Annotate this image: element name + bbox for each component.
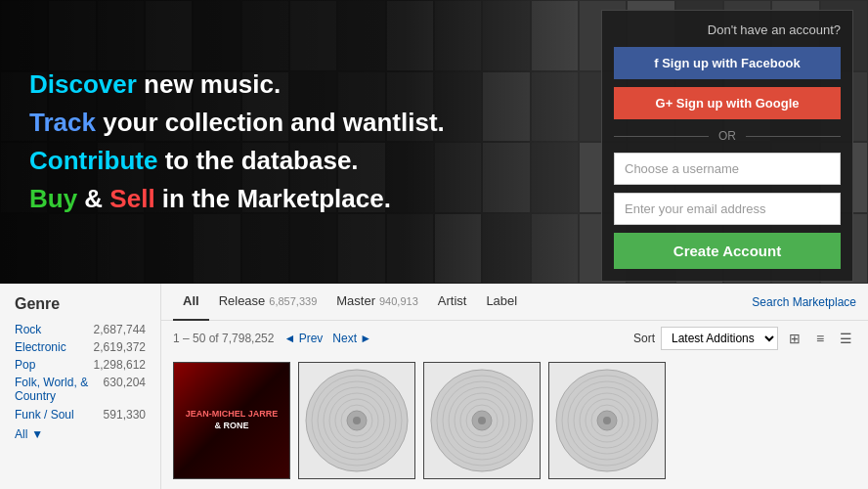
vinyl-svg-3 — [428, 367, 536, 474]
tab-master-label: Master — [336, 293, 375, 308]
compact-view-icon[interactable]: ☰ — [835, 328, 856, 349]
sort-label: Sort — [633, 332, 655, 345]
tab-artist[interactable]: Artist — [428, 284, 477, 321]
album-thumb-3[interactable] — [423, 362, 541, 479]
svg-point-17 — [478, 417, 486, 424]
genre-name-funk[interactable]: Funk / Soul — [15, 408, 74, 422]
album-thumb-2[interactable] — [298, 362, 415, 479]
tagline-2-highlight: Track — [29, 108, 96, 137]
genre-item-electronic: Electronic 2,619,372 — [15, 338, 146, 356]
vinyl-record-2 — [299, 363, 414, 478]
or-divider: OR — [614, 129, 841, 143]
main-content: All Release 6,857,339 Master 940,913 Art… — [161, 284, 868, 489]
genre-name-folk[interactable]: Folk, World, & Country — [15, 376, 104, 404]
vinyl-svg-4 — [553, 367, 661, 474]
tab-label-label: Label — [486, 293, 517, 308]
tagline-2: Track your collection and wantlist. — [29, 104, 445, 142]
tagline-2-rest: your collection and wantlist. — [103, 108, 445, 137]
username-input[interactable] — [614, 153, 841, 185]
results-info: 1 – 50 of 7,798,252 ◄ Prev Next ► — [173, 332, 633, 345]
genre-item-pop: Pop 1,298,612 — [15, 356, 146, 374]
sort-area: Sort Latest Additions Title Artist Year … — [633, 327, 856, 350]
genre-count-rock: 2,687,744 — [94, 323, 146, 336]
hero-section: // Generate album cells document.addEven… — [0, 0, 868, 284]
tagline-4-rest: in the Marketplace. — [162, 184, 391, 213]
facebook-signup-button[interactable]: f Sign up with Facebook — [614, 47, 841, 79]
sort-select[interactable]: Latest Additions Title Artist Year — [661, 327, 778, 350]
tab-artist-label: Artist — [438, 293, 467, 308]
tagline-1-highlight: Discover — [29, 69, 137, 99]
genre-title: Genre — [15, 295, 146, 313]
tab-master-count: 940,913 — [379, 295, 418, 307]
genre-name-pop[interactable]: Pop — [15, 358, 35, 372]
tagline-1: Discover new music. — [29, 66, 445, 104]
genre-item-funk: Funk / Soul 591,330 — [15, 406, 146, 423]
signup-header-text: Don't have an account? — [614, 22, 841, 37]
tab-all-label: All — [183, 293, 199, 308]
chevron-down-icon: ▼ — [31, 427, 43, 441]
album-thumb-1[interactable]: JEAN-MICHEL JARRE& RONE — [173, 362, 290, 479]
email-input[interactable] — [614, 193, 841, 225]
genre-item-folk: Folk, World, & Country 630,204 — [15, 374, 146, 406]
tabs-bar: All Release 6,857,339 Master 940,913 Art… — [161, 284, 868, 321]
svg-point-8 — [353, 417, 361, 424]
vinyl-svg-2 — [303, 367, 411, 474]
tagline-3: Contribute to the database. — [29, 142, 445, 180]
prev-button[interactable]: ◄ Prev — [283, 332, 323, 345]
genre-count-folk: 630,204 — [104, 376, 146, 389]
results-bar: 1 – 50 of 7,798,252 ◄ Prev Next ► Sort L… — [161, 321, 868, 356]
or-text: OR — [709, 129, 746, 143]
results-range: 1 – 50 of 7,798,252 — [173, 332, 274, 345]
tagline-4-amp: & — [84, 184, 109, 213]
signup-panel: Don't have an account? f Sign up with Fa… — [601, 10, 853, 282]
vinyl-record-3 — [424, 363, 540, 478]
bottom-section: Genre Rock 2,687,744 Electronic 2,619,37… — [0, 284, 868, 489]
tab-all[interactable]: All — [173, 284, 209, 321]
google-signup-button[interactable]: G+ Sign up with Google — [614, 87, 841, 119]
genre-name-rock[interactable]: Rock — [15, 323, 41, 336]
genre-count-electronic: 2,619,372 — [94, 340, 146, 354]
tagline-4: Buy & Sell in the Marketplace. — [29, 180, 445, 218]
grid-view-icon[interactable]: ⊞ — [784, 328, 805, 349]
tagline-4-sell: Sell — [109, 184, 154, 213]
tab-release[interactable]: Release 6,857,339 — [209, 284, 327, 321]
tagline-3-rest: to the database. — [165, 146, 359, 175]
genre-sidebar: Genre Rock 2,687,744 Electronic 2,619,37… — [0, 284, 161, 489]
genre-count-funk: 591,330 — [104, 408, 146, 422]
genre-count-pop: 1,298,612 — [94, 358, 146, 372]
create-account-button[interactable]: Create Account — [614, 233, 841, 269]
album-row: JEAN-MICHEL JARRE& RONE — [161, 356, 868, 485]
tagline-1-rest: new music. — [144, 69, 281, 99]
svg-point-26 — [603, 417, 611, 424]
search-marketplace-link[interactable]: Search Marketplace — [752, 295, 856, 309]
list-view-icon[interactable]: ≡ — [809, 328, 831, 349]
tab-label[interactable]: Label — [476, 284, 527, 321]
genre-all-label: All — [15, 427, 27, 441]
view-icons: ⊞ ≡ ☰ — [784, 328, 856, 349]
tab-release-label: Release — [219, 293, 266, 308]
tab-release-count: 6,857,339 — [269, 295, 317, 307]
vinyl-record-4 — [549, 363, 665, 478]
genre-item-rock: Rock 2,687,744 — [15, 321, 146, 338]
hero-taglines: Discover new music. Track your collectio… — [29, 66, 445, 218]
tagline-3-highlight: Contribute — [29, 146, 157, 175]
genre-all-link[interactable]: All ▼ — [15, 427, 146, 441]
tagline-4-buy: Buy — [29, 184, 77, 213]
tab-master[interactable]: Master 940,913 — [326, 284, 428, 321]
genre-name-electronic[interactable]: Electronic — [15, 340, 66, 354]
hero-overlay: Discover new music. Track your collectio… — [0, 0, 577, 284]
next-button[interactable]: Next ► — [332, 332, 371, 345]
album-thumb-4[interactable] — [548, 362, 666, 479]
